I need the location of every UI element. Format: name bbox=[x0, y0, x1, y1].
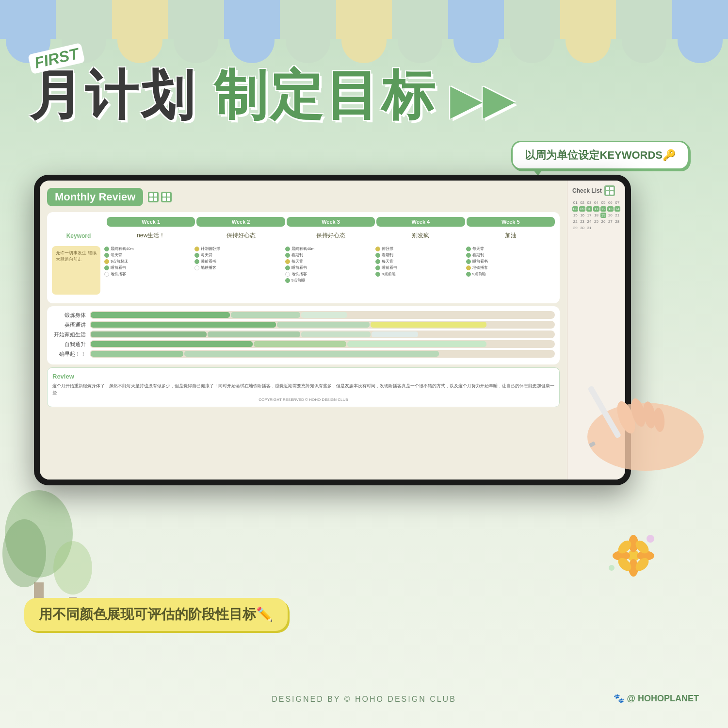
task-text: 每天背 bbox=[201, 252, 212, 258]
keyword-col-header bbox=[52, 217, 105, 227]
task-text: 9点前睡 bbox=[382, 271, 395, 277]
task-item: 地铁播客 bbox=[104, 271, 193, 277]
task-item: 睡前看书 bbox=[285, 265, 374, 270]
task-checkbox[interactable] bbox=[285, 253, 290, 258]
task-text: 9点前睡 bbox=[472, 271, 486, 277]
grid-icon[interactable] bbox=[161, 192, 172, 202]
progress-seg bbox=[372, 331, 418, 337]
cal-23: 23 bbox=[579, 219, 585, 224]
task-checkbox[interactable] bbox=[466, 265, 471, 270]
ipad-screen: Monthly Review bbox=[40, 181, 625, 480]
task-item: 9点前起床 bbox=[104, 259, 193, 264]
progress-seg bbox=[208, 331, 300, 337]
cal-19: 19 bbox=[600, 213, 606, 218]
task-item: 晨间有氧40m bbox=[104, 246, 193, 251]
task-item: 俯卧撑 bbox=[375, 246, 464, 251]
checklist-grid-icon bbox=[604, 185, 615, 196]
task-checkbox[interactable] bbox=[194, 253, 199, 258]
week1-tasks: 晨间有氧40m 每天背 9点前起床 睡前看书 地铁播客 bbox=[104, 246, 193, 295]
progress-row-3: 开始家姐生活 bbox=[52, 331, 555, 338]
task-checkbox[interactable] bbox=[285, 247, 290, 251]
task-text: 9点前睡 bbox=[291, 278, 305, 283]
keyword-bubble: 以周为单位设定KEYWORDS🔑 bbox=[511, 141, 689, 170]
task-checkbox[interactable] bbox=[104, 272, 109, 277]
task-text: 每天背 bbox=[382, 259, 393, 264]
task-checkbox[interactable] bbox=[375, 259, 380, 264]
cal-17: 17 bbox=[586, 213, 592, 218]
app-header: Monthly Review bbox=[47, 188, 560, 206]
task-checkbox[interactable] bbox=[194, 247, 199, 251]
task-checkbox[interactable] bbox=[285, 259, 290, 264]
task-text: 每天背 bbox=[472, 246, 484, 251]
task-checkbox[interactable] bbox=[104, 259, 109, 264]
review-section: Review 这个月开始重新锻炼身体了，虽然不能每天坚持也没有做多少，但是觉得自… bbox=[47, 367, 560, 407]
bottom-center-credit: DESIGNED BY © HOHO DESIGN CLUB bbox=[272, 695, 456, 703]
task-checkbox[interactable] bbox=[285, 265, 290, 270]
task-checkbox[interactable] bbox=[104, 265, 109, 270]
task-checkbox[interactable] bbox=[466, 253, 471, 258]
progress-row-5: 确早起！！ bbox=[52, 350, 555, 358]
progress-bar-3 bbox=[90, 331, 555, 338]
task-checkbox[interactable] bbox=[375, 247, 380, 251]
task-checkbox[interactable] bbox=[466, 259, 471, 264]
cal-26: 26 bbox=[600, 219, 606, 224]
task-text: 看期刊 bbox=[291, 252, 303, 258]
cal-25: 25 bbox=[593, 219, 599, 224]
week4-header: Week 4 bbox=[376, 217, 465, 227]
task-text: 睡前看书 bbox=[291, 265, 307, 270]
task-checkbox[interactable] bbox=[285, 278, 290, 283]
task-text: 晨间有氧40m bbox=[291, 246, 315, 251]
cal-14: 14 bbox=[615, 206, 620, 212]
task-checkbox[interactable] bbox=[194, 265, 199, 270]
task-text: 每天背 bbox=[291, 259, 303, 264]
task-item: 每天背 bbox=[194, 252, 283, 258]
copyright-bar: COPYRIGHT RESERVED © HOHO DESIGN CLUB bbox=[52, 397, 554, 402]
cal-18: 18 bbox=[593, 213, 599, 218]
cal-16: 16 bbox=[579, 213, 585, 218]
week5-header: Week 5 bbox=[467, 217, 555, 227]
main-title: 月计划 制定目标 ▶▶ bbox=[29, 68, 699, 122]
task-checkbox[interactable] bbox=[104, 253, 109, 258]
task-item: 每天背 bbox=[285, 259, 374, 264]
progress-seg bbox=[91, 351, 183, 357]
task-checkbox[interactable] bbox=[285, 272, 290, 277]
bottom-bubble: 用不同颜色展现可评估的阶段性目标✏️ bbox=[24, 598, 288, 631]
task-item: 睡前看书 bbox=[375, 265, 464, 270]
list-icon[interactable] bbox=[148, 192, 159, 202]
progress-seg bbox=[371, 322, 486, 328]
progress-row-2: 英语通讲 bbox=[52, 321, 555, 329]
task-checkbox[interactable] bbox=[466, 272, 471, 277]
cal-29: 29 bbox=[572, 225, 578, 231]
progress-seg bbox=[347, 341, 486, 347]
task-item: 每天背 bbox=[104, 252, 193, 258]
progress-seg bbox=[91, 341, 253, 347]
cal-12: 12 bbox=[600, 206, 606, 212]
svg-point-3 bbox=[53, 541, 92, 595]
bottom-right-credit-text: @ HOHOPLANET bbox=[627, 694, 699, 703]
task-checkbox[interactable] bbox=[375, 272, 380, 277]
cal-24: 24 bbox=[586, 219, 592, 224]
progress-bar-4 bbox=[90, 340, 555, 348]
task-checkbox[interactable] bbox=[375, 265, 380, 270]
week2-tasks: 计划俯卧撑 每天背 睡前看书 地铁播客 bbox=[194, 246, 283, 295]
bottom-bubble-text: 用不同颜色展现可评估的阶段性目标✏️ bbox=[39, 607, 273, 622]
task-item: 看期刊 bbox=[466, 252, 555, 258]
checklist-title: Check List bbox=[572, 185, 620, 196]
svg-point-21 bbox=[647, 535, 654, 543]
cal-09: 09 bbox=[579, 206, 585, 212]
task-checkbox[interactable] bbox=[375, 253, 380, 258]
progress-seg bbox=[91, 322, 276, 328]
progress-seg bbox=[301, 331, 371, 337]
cal-31: 31 bbox=[586, 225, 592, 231]
bottom-right-credit: 🐾 @ HOHOPLANET bbox=[614, 693, 699, 704]
tasks-area: 允许一切事发生 继续大胆追向前走 晨间有氧40m 每天背 9点前起床 睡前看书 … bbox=[52, 246, 555, 295]
at-icon: 🐾 bbox=[614, 694, 627, 703]
task-item: 每天背 bbox=[375, 259, 464, 264]
task-checkbox[interactable] bbox=[466, 247, 471, 251]
progress-seg bbox=[277, 322, 370, 328]
svg-point-22 bbox=[609, 565, 615, 571]
progress-bar-1 bbox=[90, 311, 555, 319]
task-checkbox[interactable] bbox=[104, 247, 109, 251]
task-text: 地铁播客 bbox=[111, 271, 126, 277]
task-checkbox[interactable] bbox=[194, 259, 199, 264]
